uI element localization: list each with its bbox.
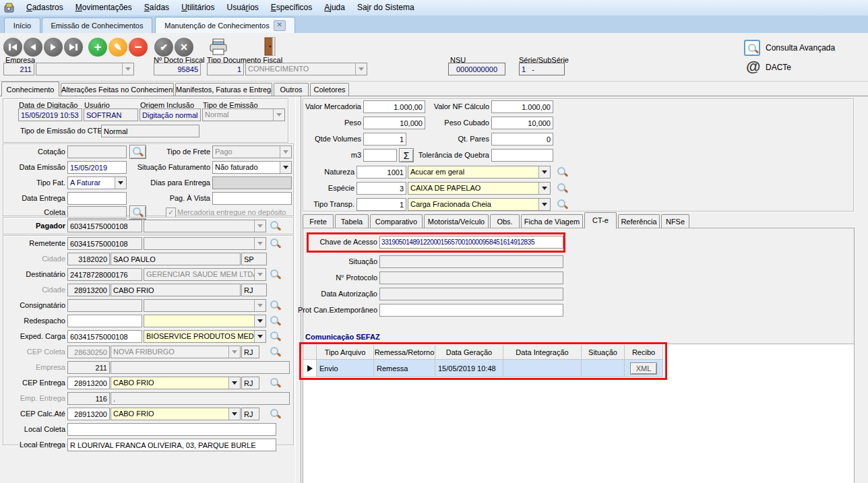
- dias-entrega-field[interactable]: [212, 176, 292, 189]
- protocolo-field[interactable]: [379, 271, 563, 284]
- cep-coleta-name-combo[interactable]: NOVA FRIBURGO: [111, 346, 241, 358]
- dropdown-arrow-icon[interactable]: [538, 166, 550, 178]
- sefaz-col-situacao[interactable]: Situação: [582, 345, 625, 360]
- dacte-button[interactable]: DACTe: [766, 63, 791, 72]
- xml-button[interactable]: XML: [630, 362, 657, 375]
- tab-alteracoes[interactable]: Alterações Feitas no Conhecimento: [61, 83, 174, 96]
- window-tab-inicio[interactable]: Início: [4, 18, 40, 33]
- tab-conhecimento[interactable]: Conhecimento: [1, 82, 59, 96]
- sefaz-row-remessa-retorno[interactable]: Remessa: [374, 360, 435, 377]
- empresa-code-field[interactable]: 211: [3, 63, 34, 75]
- sefaz-row-data-integracao[interactable]: [503, 360, 582, 377]
- close-tab-icon[interactable]: ✕: [274, 20, 286, 31]
- tipo-doc-name-combo[interactable]: CONHECIMENTO: [245, 63, 367, 75]
- menu-utilitarios[interactable]: Utilitários: [175, 0, 220, 15]
- especie-lookup-icon[interactable]: [557, 183, 568, 194]
- nsu-field[interactable]: 0000000000: [448, 63, 505, 75]
- tipo-frete-combo[interactable]: Pago: [212, 146, 292, 158]
- cep-coleta-lookup-icon[interactable]: [270, 346, 281, 358]
- dropdown-arrow-icon[interactable]: [280, 162, 291, 173]
- remetente-code-field[interactable]: 60341575000108: [67, 237, 142, 250]
- sefaz-row-tipo-arquivo[interactable]: Envio: [317, 360, 374, 377]
- menu-saidas[interactable]: Saídas: [138, 0, 175, 15]
- tipo-transp-combo[interactable]: Carga Fracionada Cheia: [408, 198, 551, 211]
- redespacho-code-field[interactable]: [67, 315, 142, 327]
- docto-fiscal-field[interactable]: 95845: [154, 63, 201, 75]
- remetente-lookup-icon[interactable]: [270, 238, 281, 249]
- confirm-button[interactable]: ✔: [154, 38, 173, 57]
- cancel-button[interactable]: ×: [175, 38, 193, 57]
- peso-field[interactable]: 10,000: [363, 117, 425, 129]
- natureza-lookup-icon[interactable]: [557, 166, 568, 178]
- remetente-name-combo[interactable]: [144, 237, 266, 250]
- sefaz-col-recibo[interactable]: Recibo: [625, 345, 663, 360]
- chave-acesso-field[interactable]: 3319050148912200015657001000095845161491…: [379, 236, 563, 249]
- tipo-transp-code-field[interactable]: 1: [356, 198, 406, 211]
- especie-code-field[interactable]: 3: [356, 182, 406, 195]
- especie-combo[interactable]: CAIXA DE PAPELAO: [408, 182, 551, 195]
- consignatario-code-field[interactable]: [67, 299, 142, 312]
- nav-prev-button[interactable]: [24, 38, 42, 57]
- print-icon[interactable]: [209, 38, 228, 56]
- exped-carga-name-combo[interactable]: BIOSERVICE PRODUTOS MEDIC: [144, 330, 266, 343]
- edit-button[interactable]: ✎: [108, 38, 127, 57]
- nav-last-button[interactable]: [64, 38, 83, 57]
- nav-next-button[interactable]: [44, 38, 63, 57]
- tab-coletores[interactable]: Coletores: [310, 83, 349, 96]
- situacao-faturamento-combo[interactable]: Não faturado: [212, 161, 292, 174]
- tab-obs[interactable]: Obs.: [490, 214, 520, 228]
- sefaz-col-tipo-arquivo[interactable]: Tipo Arquivo: [317, 345, 374, 360]
- cep-entrega-code-field[interactable]: 28913200: [67, 377, 110, 389]
- mercadoria-checkbox[interactable]: ✓: [166, 207, 176, 218]
- serie-field[interactable]: 1 -: [519, 63, 565, 75]
- cep-entrega-name-combo[interactable]: CABO FRIO: [111, 377, 241, 389]
- dacte-icon[interactable]: @: [746, 58, 760, 75]
- dropdown-arrow-icon[interactable]: [355, 63, 367, 75]
- qtde-volumes-field[interactable]: 1: [363, 133, 406, 146]
- redespacho-lookup-icon[interactable]: [270, 315, 281, 327]
- exped-carga-lookup-icon[interactable]: [270, 331, 281, 342]
- menu-cadastros[interactable]: Cadastros: [20, 0, 69, 15]
- tipo-emissao-combo[interactable]: Normal: [202, 108, 285, 121]
- dropdown-arrow-icon[interactable]: [254, 315, 266, 327]
- cotacao-field[interactable]: [67, 146, 127, 158]
- qt-pares-field[interactable]: 0: [491, 133, 553, 146]
- tab-outros[interactable]: Outros: [274, 83, 309, 96]
- cep-calc-name-combo[interactable]: CABO FRIO: [111, 408, 241, 420]
- tab-frete[interactable]: Frete: [303, 214, 334, 228]
- consulta-avancada-button[interactable]: Consulta Avançada: [766, 43, 835, 53]
- local-coleta-field[interactable]: [67, 423, 276, 436]
- tolerancia-field[interactable]: [491, 149, 553, 162]
- window-tab-manutencao[interactable]: Manutenção de Conhecimentos ✕: [155, 17, 295, 34]
- pagador-lookup-icon[interactable]: [270, 220, 281, 232]
- valor-mercadoria-field[interactable]: 1.000,00: [363, 100, 425, 113]
- tab-manifestos[interactable]: Manifestos, Faturas e Entrega: [175, 83, 272, 96]
- m3-field[interactable]: [363, 149, 397, 162]
- consignatario-lookup-icon[interactable]: [270, 300, 281, 311]
- exped-carga-code-field[interactable]: 60341575000108: [67, 330, 142, 343]
- sefaz-row-situacao[interactable]: [582, 360, 625, 377]
- situacao-cte-field[interactable]: [379, 255, 563, 268]
- sigma-button[interactable]: Σ: [399, 148, 414, 162]
- destinatario-lookup-icon[interactable]: [270, 269, 281, 280]
- destinatario-name-combo[interactable]: GERENCIAR SAUDE MEM LTDA: [144, 268, 266, 281]
- natureza-code-field[interactable]: 1001: [356, 166, 406, 179]
- pag-vista-field[interactable]: [212, 192, 292, 205]
- dropdown-arrow-icon[interactable]: [228, 377, 240, 389]
- tab-cte[interactable]: CT-e: [584, 212, 617, 228]
- add-button[interactable]: +: [88, 38, 107, 57]
- cep-coleta-code-field[interactable]: 28630250: [67, 346, 110, 358]
- natureza-combo[interactable]: Acucar em geral: [408, 166, 551, 179]
- sefaz-col-data-integracao[interactable]: Data Integração: [503, 345, 582, 360]
- cep-calc-lookup-icon[interactable]: [270, 408, 281, 420]
- data-entrega-field[interactable]: [67, 192, 127, 205]
- prot-can-field[interactable]: [379, 304, 563, 317]
- data-emissao-field[interactable]: 15/05/2019: [67, 161, 127, 174]
- tipo-transp-lookup-icon[interactable]: [557, 199, 568, 210]
- destinatario-code-field[interactable]: 24178728000176: [67, 268, 142, 281]
- delete-button[interactable]: −: [129, 38, 148, 57]
- menu-sair[interactable]: Sair do Sistema: [351, 0, 421, 15]
- peso-cubado-field[interactable]: 10,000: [491, 117, 553, 129]
- dropdown-arrow-icon[interactable]: [122, 63, 133, 75]
- pagador-name-combo[interactable]: [144, 220, 266, 232]
